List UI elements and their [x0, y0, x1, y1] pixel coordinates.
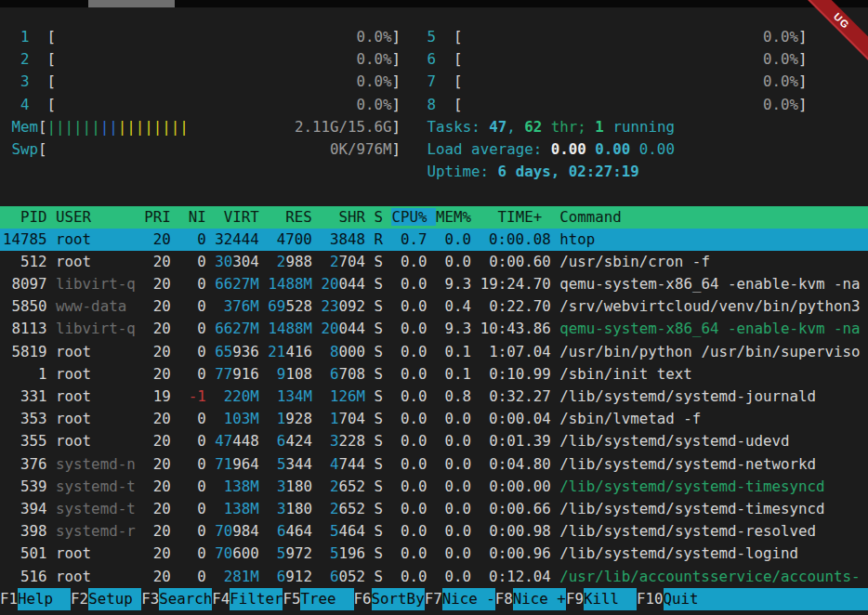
text-segment: 21 — [268, 343, 285, 360]
text-segment — [401, 118, 427, 136]
terminal-screen: 1 [ 0.0%] 5 [ 0.0%] 2 [ 0.0%] 6 [ 0.0%] … — [0, 0, 868, 615]
text-segment — [259, 478, 277, 495]
mem-meter-tasks-row: Mem[|||||||||||||||| 2.11G/15.6G] Tasks:… — [0, 116, 868, 138]
text-segment — [30, 96, 47, 113]
text-segment: 528 — [285, 297, 321, 315]
process-row-394[interactable]: 394 systemd-t 20 0 138M 3180 2652 S 0.0 … — [0, 498, 868, 520]
cpu-meter-row-2-6: 2 [ 0.0%] 6 [ 0.0%] — [0, 48, 868, 71]
text-segment: 464 S 0.0 0.0 0:00.98 /lib/systemd/syste… — [338, 522, 816, 540]
fkey-label-f10[interactable]: Quit — [664, 588, 699, 610]
text-segment: 20 0 — [136, 522, 216, 540]
fkey-label-f5[interactable]: Tree — [300, 588, 353, 610]
column-headers-right: MEM% TIME+ Command — [436, 208, 622, 226]
process-row-5850[interactable]: 5850 www-data 20 0 376M 69528 23092 S 0.… — [0, 295, 868, 318]
table-column-headers[interactable]: PID USER PRI NI VIRT RES SHR S CPU% MEM%… — [0, 206, 868, 229]
fkey-label-f4[interactable]: Filter — [230, 588, 283, 610]
fkey-f6[interactable]: F6 — [354, 588, 372, 610]
text-segment: Load average: — [427, 140, 551, 158]
process-row-331[interactable]: 331 root 19 -1 220M 134M 126M S 0.0 0.8 … — [0, 386, 868, 408]
text-segment: Swp — [12, 140, 39, 158]
text-segment: 376M — [224, 297, 259, 315]
text-segment: 744 S 0.0 0.0 0:04.80 /lib/systemd/syste… — [338, 455, 816, 473]
text-segment: 6627M — [215, 320, 259, 337]
text-segment: Tasks: — [427, 118, 490, 136]
text-segment: systemd-r — [56, 522, 136, 540]
text-segment: ] — [392, 140, 401, 158]
fkey-label-f9[interactable]: Kill — [584, 588, 637, 610]
text-segment: 044 S 0.0 9.3 10:43.86 — [338, 320, 559, 337]
process-row-539[interactable]: 539 systemd-t 20 0 138M 3180 2652 S 0.0 … — [0, 476, 868, 498]
text-segment: 65 — [215, 343, 232, 360]
fkey-f2[interactable]: F2 — [71, 588, 88, 610]
fkey-label-f7[interactable]: Nice - — [442, 588, 495, 610]
text-segment — [463, 28, 763, 46]
text-segment: 5819 root 20 0 — [3, 343, 215, 360]
text-segment: 0.00 — [639, 140, 675, 158]
text-segment — [401, 28, 427, 46]
text-segment — [3, 96, 20, 113]
text-segment: 0.0% — [356, 50, 391, 68]
process-row-8113[interactable]: 8113 libvirt-q 20 0 6627M 1488M 20044 S … — [0, 318, 868, 340]
text-segment: 9 — [277, 365, 286, 383]
process-row-14785[interactable]: 14785 root 20 0 32444 4700 3848 R 0.7 0.… — [0, 229, 868, 251]
text-segment: 108 — [285, 365, 330, 383]
text-segment: 0.0% — [763, 96, 798, 113]
text-segment: 77 — [215, 365, 232, 383]
text-segment: 988 — [285, 253, 330, 270]
text-segment: 8097 — [3, 275, 56, 293]
process-row-8097[interactable]: 8097 libvirt-q 20 0 6627M 1488M 20044 S … — [0, 273, 868, 295]
process-row-512[interactable]: 512 root 20 0 30304 2988 2704 S 0.0 0.0 … — [0, 251, 868, 273]
fkey-label-f6[interactable]: SortBy — [372, 588, 425, 610]
process-row-355[interactable]: 355 root 20 0 47448 6424 3228 S 0.0 0.0 … — [0, 430, 868, 452]
process-row-516[interactable]: 516 root 20 0 281M 6912 6052 S 0.0 0.0 0… — [0, 566, 868, 588]
text-segment: 8 — [427, 96, 437, 113]
text-segment: ] — [392, 50, 401, 68]
fkey-f3[interactable]: F3 — [141, 588, 159, 610]
fkey-f10[interactable]: F10 — [637, 588, 664, 610]
text-segment — [401, 140, 427, 158]
text-segment: Uptime: — [427, 163, 498, 180]
text-segment — [436, 28, 454, 46]
text-segment: ] — [392, 28, 401, 46]
process-row-1[interactable]: 1 root 20 0 77916 9108 6708 S 0.0 0.1 0:… — [0, 363, 868, 386]
text-segment: libvirt-q — [56, 275, 136, 293]
fkey-label-f2[interactable]: Setup — [88, 588, 141, 610]
text-segment: 126M — [330, 387, 365, 405]
fkey-label-f3[interactable]: Search — [159, 588, 212, 610]
fkey-f1[interactable]: F1 — [0, 588, 18, 610]
fkey-label-f1[interactable]: Help — [18, 588, 71, 610]
swap-meter-load-row: Swp[ 0K/976M] Load average: 0.00 0.00 0.… — [0, 138, 868, 161]
process-row-376[interactable]: 376 systemd-n 20 0 71964 5344 4744 S 0.0… — [0, 453, 868, 476]
text-segment: 052 S 0.0 0.0 0:12.04 — [338, 568, 559, 585]
text-segment: systemd-n — [56, 455, 136, 473]
fkey-label-f8[interactable]: Nice + — [513, 588, 566, 610]
text-segment: /usr/lib/accountsservice/accounts- — [559, 568, 860, 585]
text-segment — [3, 72, 20, 90]
text-segment: [ — [38, 140, 47, 158]
text-segment: 928 — [285, 410, 330, 427]
text-segment: 501 root 20 0 — [3, 544, 215, 562]
htop-terminal: 1 [ 0.0%] 5 [ 0.0%] 2 [ 0.0%] 6 [ 0.0%] … — [0, 26, 868, 588]
process-row-398[interactable]: 398 systemd-r 20 0 70984 6464 5464 S 0.0… — [0, 520, 868, 543]
text-segment — [30, 28, 47, 46]
text-segment: 0.0% — [763, 72, 798, 90]
text-segment: 103M — [224, 410, 259, 427]
text-segment: [ — [47, 50, 57, 68]
fkey-f8[interactable]: F8 — [495, 588, 513, 610]
text-segment: 4 — [20, 96, 30, 113]
column-header-cpu-sort: CPU% — [391, 208, 436, 226]
text-segment: 180 — [285, 500, 330, 517]
process-row-501[interactable]: 501 root 20 0 70600 5972 5196 S 0.0 0.0 … — [0, 543, 868, 565]
text-segment: [ — [454, 28, 463, 46]
text-segment: 20 0 — [136, 478, 224, 495]
text-segment — [259, 568, 277, 585]
text-segment: 70 — [215, 522, 232, 540]
text-segment: 1488M — [268, 275, 312, 293]
fkey-f7[interactable]: F7 — [425, 588, 442, 610]
process-row-353[interactable]: 353 root 20 0 103M 1928 1704 S 0.0 0.0 0… — [0, 408, 868, 430]
process-row-5819[interactable]: 5819 root 20 0 65936 21416 8000 S 0.0 0.… — [0, 341, 868, 363]
fkey-f4[interactable]: F4 — [212, 588, 230, 610]
fkey-f5[interactable]: F5 — [283, 588, 300, 610]
fkey-f9[interactable]: F9 — [566, 588, 584, 610]
text-segment: 71 — [215, 455, 232, 473]
